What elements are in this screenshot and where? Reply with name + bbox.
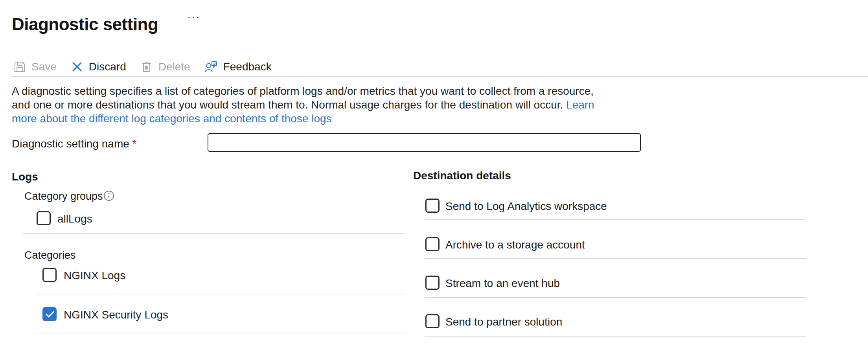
description-text: A diagnostic setting specifies a list of…: [12, 84, 594, 125]
discard-label: Discard: [89, 61, 126, 73]
description-line-2-text: and one or more destinations that you wo…: [12, 99, 566, 111]
category-groups-label: Category groups: [24, 190, 103, 202]
feedback-label: Feedback: [223, 61, 272, 73]
destination-divider-1: [425, 219, 806, 220]
archive-to-storage-label: Archive to a storage account: [445, 239, 585, 251]
delete-button[interactable]: Delete: [140, 61, 190, 73]
destination-details-heading: Destination details: [413, 169, 511, 182]
destination-divider-2: [425, 258, 806, 259]
discard-x-icon: [71, 61, 83, 73]
description-line-3: more about the different log categories …: [12, 112, 594, 125]
destination-divider-4: [425, 336, 806, 337]
more-menu-button[interactable]: ···: [185, 10, 203, 24]
description-line-1: A diagnostic setting specifies a list of…: [12, 84, 594, 98]
name-label-text: Diagnostic setting name: [12, 138, 129, 150]
send-to-log-analytics-checkbox[interactable]: [425, 199, 440, 213]
learn-more-link-continued[interactable]: more about the different log categories …: [12, 112, 332, 125]
destination-divider-3: [425, 297, 806, 298]
page-title: Diagnostic setting: [12, 15, 158, 34]
stream-to-event-hub-checkbox[interactable]: [425, 276, 440, 290]
save-label: Save: [31, 61, 57, 73]
diagnostic-setting-page: Diagnostic setting ··· Save Discard: [0, 0, 868, 357]
logs-divider-1: [23, 233, 405, 234]
send-to-partner-checkbox[interactable]: [425, 314, 440, 328]
logs-divider-3: [37, 333, 405, 333]
description-line-2: and one or more destinations that you wo…: [12, 98, 594, 112]
save-button[interactable]: Save: [13, 61, 57, 73]
required-asterisk: *: [132, 138, 137, 150]
logs-divider-2: [37, 294, 405, 294]
feedback-button[interactable]: Feedback: [204, 60, 272, 74]
send-to-partner-label: Send to partner solution: [445, 316, 562, 328]
command-toolbar: Save Discard Del: [13, 57, 272, 76]
nginx-logs-checkbox[interactable]: [42, 268, 57, 282]
feedback-person-icon: [204, 60, 218, 74]
archive-to-storage-checkbox[interactable]: [425, 237, 440, 251]
learn-more-link[interactable]: Learn: [566, 99, 594, 111]
delete-label: Delete: [158, 61, 190, 73]
diagnostic-setting-name-label: Diagnostic setting name *: [12, 138, 137, 150]
logs-heading: Logs: [12, 171, 38, 183]
alllogs-checkbox[interactable]: [37, 211, 51, 225]
categories-label: Categories: [24, 249, 76, 261]
save-icon: [13, 61, 26, 73]
discard-button[interactable]: Discard: [71, 61, 126, 73]
trash-icon: [140, 61, 153, 73]
nginx-security-logs-label: NGINX Security Logs: [64, 309, 168, 321]
nginx-security-logs-checkbox[interactable]: [42, 307, 57, 321]
nginx-logs-label: NGINX Logs: [64, 269, 125, 282]
alllogs-label: allLogs: [57, 213, 92, 225]
toolbar-divider: [11, 76, 868, 77]
diagnostic-setting-name-input[interactable]: [208, 133, 641, 152]
info-icon[interactable]: [103, 190, 114, 202]
stream-to-event-hub-label: Stream to an event hub: [445, 277, 560, 290]
send-to-log-analytics-label: Send to Log Analytics workspace: [445, 200, 607, 213]
